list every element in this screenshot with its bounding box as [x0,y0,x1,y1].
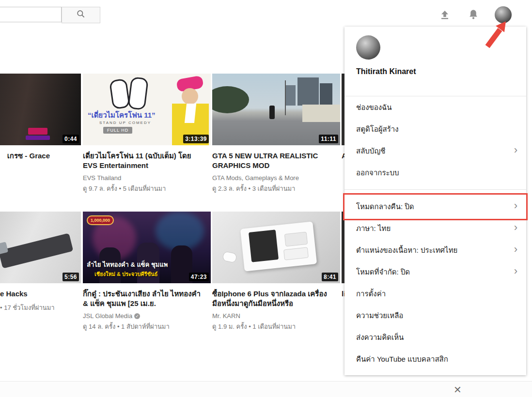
video-duration: 11:11 [319,135,338,143]
account-avatar[interactable] [495,6,512,23]
cartoon-mic-icon [127,76,149,110]
menu-item-dark-mode[interactable]: โหมดกลางคืน: ปิด [344,196,526,217]
pole-shape [285,80,286,115]
menu-divider [344,189,526,190]
building-shape [297,77,319,106]
house-shape [302,105,340,122]
video-thumbnail[interactable]: 0:44 [0,74,81,145]
upload-icon[interactable] [439,9,451,21]
menu-item-sign-out[interactable]: ออกจากระบบ [344,162,526,183]
building-shape [285,85,296,106]
thumbnail-badge [28,128,47,135]
thumbnail-headline: “เดี่ยวไมโครโฟน 11” [88,109,156,121]
video-card: 1,000,000 ลำไย ไหทองคำ & แซ็ค ชุมแพ เชีย… [83,212,211,332]
bell-icon[interactable] [468,9,479,20]
thumbnail-subtitle: STAND UP COMEDY [99,121,151,125]
menu-item-language[interactable]: ภาษา: ไทย [344,217,526,239]
trees-shape [212,86,249,113]
video-duration: 5:56 [63,273,79,281]
cartoon-mic-icon [109,78,130,109]
shirt-shape [185,104,196,123]
video-meta: ดู 14 ล. ครั้ง • 1 สัปดาห์ที่ผ่านมา [83,321,211,332]
video-channel[interactable]: GTA Mods, Gameplays & More [212,174,340,182]
video-title[interactable]: e Hacks [0,289,76,299]
menu-item-help[interactable]: ความช่วยเหลือ [344,305,526,326]
video-title[interactable]: เดี่ยวไมโครโฟน 11 (ฉบับเต็ม) โดย EVS Ent… [83,151,206,170]
thumbnail-caption: เชียงใหม่ & ประจวบคีรีขันธ์ [94,270,157,278]
chevron-right-icon [514,140,517,162]
stage-light-shape [156,212,204,250]
menu-item-content-location[interactable]: ตำแหน่งของเนื้อหา: ประเทศไทย [344,239,526,261]
bottom-banner: ✕ [0,381,532,397]
thumbnail-quality-badge: FULL HD [103,127,132,134]
video-duration: 47:23 [189,273,209,281]
video-duration: 3:13:39 [183,135,209,143]
close-icon[interactable]: ✕ [454,384,462,396]
video-title[interactable]: ซื้อIphone 6 Plus จากlazada เครื่องมือหน… [212,289,335,308]
search-button[interactable] [62,7,100,23]
account-name: Thitirath Kinaret [356,67,515,76]
menu-item-classic-youtube[interactable]: คืนค่า YouTube แบบคลาสสิก [344,348,526,370]
video-channel[interactable]: up [0,174,81,182]
menu-item-my-channel[interactable]: ช่องของฉัน [344,96,526,118]
video-thumbnail[interactable]: 1,000,000 ลำไย ไหทองคำ & แซ็ค ชุมแพ เชีย… [83,212,211,283]
video-thumbnail[interactable]: 8:41 [212,212,340,283]
prize-badge: 1,000,000 [87,215,114,225]
menu-item-settings[interactable]: การตั้งค่า [344,283,526,305]
menu-item-creator-studio[interactable]: สตูดิโอผู้สร้าง [344,118,526,140]
chevron-right-icon [514,217,517,239]
video-title[interactable]: GTA 5 NEW ULTRA REALISTIC GRAPHICS MOD [212,151,329,170]
menu-item-restricted-mode[interactable]: โหมดที่จำกัด: ปิด [344,261,526,283]
accessory-shape [284,232,308,247]
video-meta: • 2 เดือนที่ผ่านมา [0,183,81,194]
video-card: “เดี่ยวไมโครโฟน 11” STAND UP COMEDY FULL… [83,74,211,194]
video-duration: 8:41 [322,273,338,281]
thumbnail-caption: ลำไย ไหทองคำ & แซ็ค ชุมแพ [87,260,168,270]
video-title[interactable]: กิ๊กดู๋ : ประชันเงาเสียง ลำไย ไหทองคำ & … [83,289,206,308]
video-card: 0:44 เกรซ - Grace ha up • 2 เดือนที่ผ่าน… [0,74,81,194]
video-meta: • 17 ชั่วโมงที่ผ่านมา [0,303,81,313]
video-meta: ดู 1.9 ม. ครั้ง • 1 เดือนที่ผ่านมา [212,321,340,332]
menu-item-switch-account[interactable]: สลับบัญชี [344,140,526,162]
search-input[interactable] [0,7,62,22]
video-duration: 0:44 [63,135,79,143]
thumbnail-badge [26,136,50,140]
video-thumbnail[interactable]: 5:56 [0,212,81,283]
video-title[interactable]: เกรซ - Grace ha [0,151,50,170]
video-channel[interactable]: EVS Thailand [83,174,211,182]
search-icon [76,9,86,21]
video-card: 11:11 GTA 5 NEW ULTRA REALISTIC GRAPHICS… [212,74,340,194]
video-card: 8:41 ซื้อIphone 6 Plus จากlazada เครื่อง… [212,212,340,332]
account-menu: Thitirath Kinaret ช่องของฉัน สตูดิโอผู้ส… [344,27,526,375]
video-meta: ดู 2.3 ล. ครั้ง • 3 เดือนที่ผ่านมา [212,183,340,194]
video-channel[interactable]: JSL Global Media✓ [83,312,211,320]
drill-shape [0,233,73,268]
chevron-right-icon [514,239,517,261]
menu-avatar [356,35,380,60]
chevron-right-icon [514,196,517,217]
iphone-shape [249,229,279,262]
video-thumbnail[interactable]: 11:11 [212,74,340,145]
video-thumbnail[interactable]: “เดี่ยวไมโครโฟน 11” STAND UP COMEDY FULL… [83,74,211,145]
video-channel[interactable]: Mr. KARN [212,312,340,320]
account-menu-header: Thitirath Kinaret [344,27,526,96]
face-shape [182,88,198,105]
video-card: 5:56 e Hacks • 17 ชั่วโมงที่ผ่านมา [0,212,81,313]
verified-badge-icon: ✓ [134,313,140,319]
menu-item-send-feedback[interactable]: ส่งความคิดเห็น [344,326,526,348]
building-shape [320,83,332,106]
character-shape [269,106,275,119]
chevron-right-icon [514,261,517,283]
video-meta: ดู 9.7 ล. ครั้ง • 5 เดือนที่ผ่านมา [83,183,211,194]
earpod-shape [222,251,237,263]
